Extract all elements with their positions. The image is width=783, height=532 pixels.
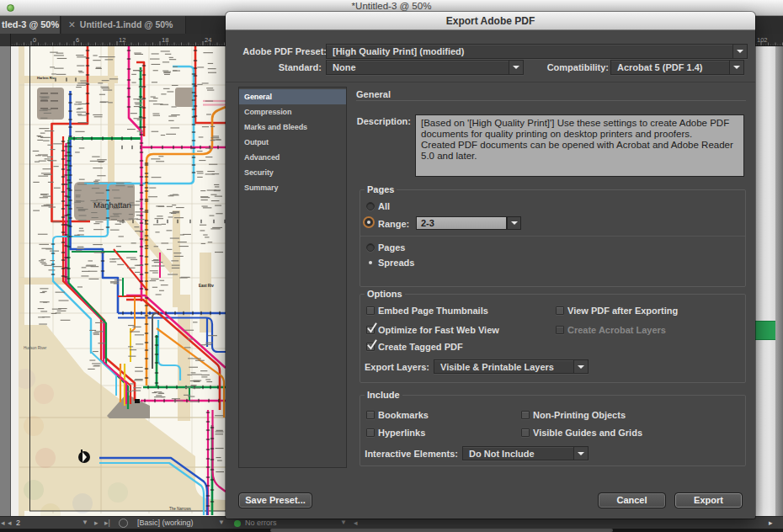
svg-text:12: 12 <box>119 36 125 44</box>
svg-text:0: 0 <box>33 36 36 44</box>
svg-text:Hudson River: Hudson River <box>24 346 47 350</box>
svg-text:East Riv: East Riv <box>199 284 214 288</box>
svg-text:102: 102 <box>757 36 768 44</box>
svg-text:24: 24 <box>205 36 211 44</box>
svg-text:Manhattan: Manhattan <box>93 200 131 210</box>
svg-text:The Narrows: The Narrows <box>169 507 192 511</box>
svg-text:Harlem Riv: Harlem Riv <box>37 76 56 80</box>
svg-text:18: 18 <box>162 36 168 44</box>
svg-text:6: 6 <box>76 36 79 44</box>
